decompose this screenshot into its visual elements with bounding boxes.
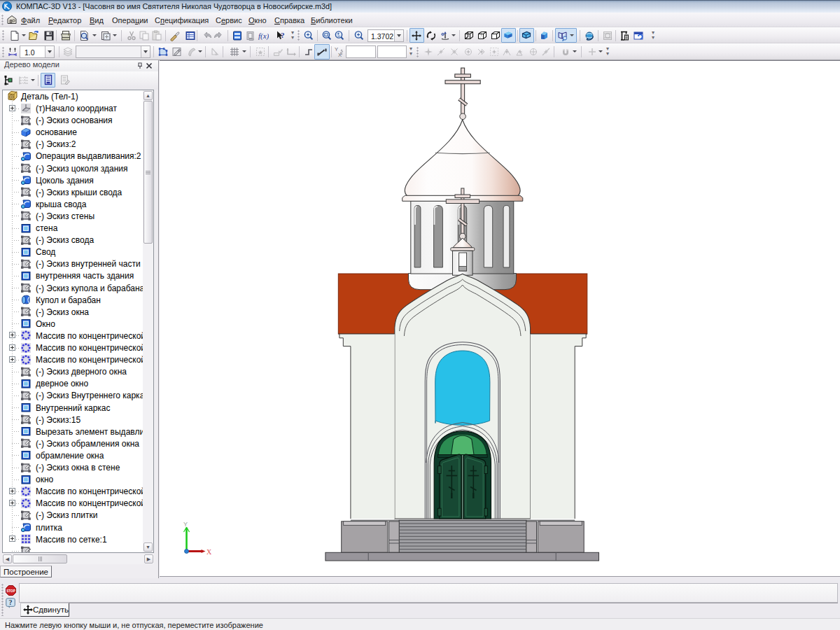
svg-text:Y: Y [183,521,188,528]
svg-text:f(x): f(x) [258,31,269,41]
svg-text:?: ? [9,598,13,606]
svg-text:STOP: STOP [6,589,15,593]
svg-text:X: X [206,548,212,556]
svg-text:?: ? [281,31,285,39]
